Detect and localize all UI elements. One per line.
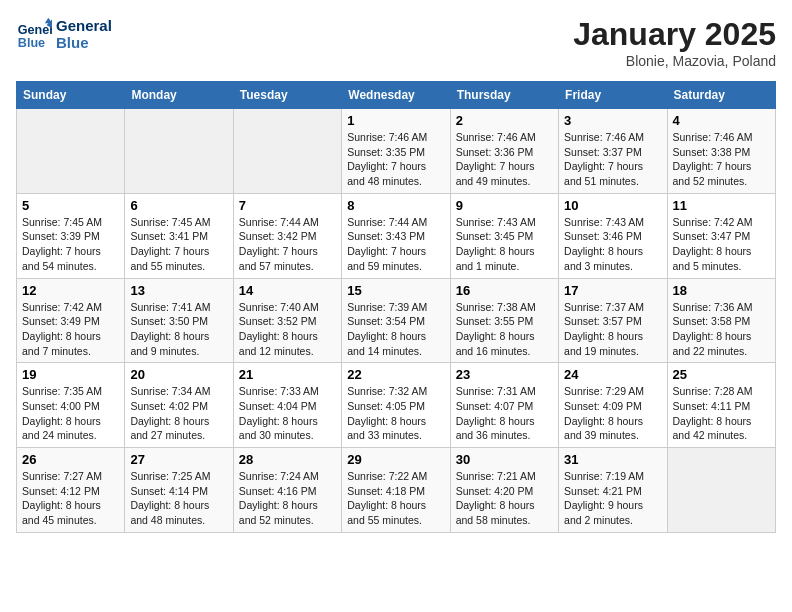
calendar-cell: 20Sunrise: 7:34 AMSunset: 4:02 PMDayligh…: [125, 363, 233, 448]
day-number: 21: [239, 367, 336, 382]
day-number: 11: [673, 198, 770, 213]
day-number: 9: [456, 198, 553, 213]
day-info: Sunrise: 7:19 AMSunset: 4:21 PMDaylight:…: [564, 469, 661, 528]
calendar-cell: 29Sunrise: 7:22 AMSunset: 4:18 PMDayligh…: [342, 448, 450, 533]
day-number: 3: [564, 113, 661, 128]
day-info: Sunrise: 7:37 AMSunset: 3:57 PMDaylight:…: [564, 300, 661, 359]
day-info: Sunrise: 7:33 AMSunset: 4:04 PMDaylight:…: [239, 384, 336, 443]
day-info: Sunrise: 7:22 AMSunset: 4:18 PMDaylight:…: [347, 469, 444, 528]
calendar-cell: 5Sunrise: 7:45 AMSunset: 3:39 PMDaylight…: [17, 193, 125, 278]
page-title: January 2025: [573, 16, 776, 53]
calendar-cell: [233, 109, 341, 194]
calendar-cell: 3Sunrise: 7:46 AMSunset: 3:37 PMDaylight…: [559, 109, 667, 194]
header-friday: Friday: [559, 82, 667, 109]
day-number: 5: [22, 198, 119, 213]
calendar-cell: 17Sunrise: 7:37 AMSunset: 3:57 PMDayligh…: [559, 278, 667, 363]
calendar-cell: 26Sunrise: 7:27 AMSunset: 4:12 PMDayligh…: [17, 448, 125, 533]
calendar-cell: 11Sunrise: 7:42 AMSunset: 3:47 PMDayligh…: [667, 193, 775, 278]
day-number: 28: [239, 452, 336, 467]
day-number: 26: [22, 452, 119, 467]
day-info: Sunrise: 7:27 AMSunset: 4:12 PMDaylight:…: [22, 469, 119, 528]
logo: General Blue General Blue: [16, 16, 112, 52]
calendar-cell: 1Sunrise: 7:46 AMSunset: 3:35 PMDaylight…: [342, 109, 450, 194]
calendar-cell: 31Sunrise: 7:19 AMSunset: 4:21 PMDayligh…: [559, 448, 667, 533]
calendar-week-row: 1Sunrise: 7:46 AMSunset: 3:35 PMDaylight…: [17, 109, 776, 194]
day-number: 16: [456, 283, 553, 298]
day-number: 23: [456, 367, 553, 382]
calendar-cell: 8Sunrise: 7:44 AMSunset: 3:43 PMDaylight…: [342, 193, 450, 278]
day-info: Sunrise: 7:41 AMSunset: 3:50 PMDaylight:…: [130, 300, 227, 359]
calendar-cell: 10Sunrise: 7:43 AMSunset: 3:46 PMDayligh…: [559, 193, 667, 278]
day-info: Sunrise: 7:39 AMSunset: 3:54 PMDaylight:…: [347, 300, 444, 359]
calendar-cell: 23Sunrise: 7:31 AMSunset: 4:07 PMDayligh…: [450, 363, 558, 448]
calendar-cell: 18Sunrise: 7:36 AMSunset: 3:58 PMDayligh…: [667, 278, 775, 363]
svg-text:Blue: Blue: [18, 36, 45, 50]
day-info: Sunrise: 7:43 AMSunset: 3:45 PMDaylight:…: [456, 215, 553, 274]
calendar-cell: 4Sunrise: 7:46 AMSunset: 3:38 PMDaylight…: [667, 109, 775, 194]
day-info: Sunrise: 7:32 AMSunset: 4:05 PMDaylight:…: [347, 384, 444, 443]
calendar-cell: 19Sunrise: 7:35 AMSunset: 4:00 PMDayligh…: [17, 363, 125, 448]
header-wednesday: Wednesday: [342, 82, 450, 109]
calendar-cell: 6Sunrise: 7:45 AMSunset: 3:41 PMDaylight…: [125, 193, 233, 278]
day-number: 24: [564, 367, 661, 382]
day-info: Sunrise: 7:46 AMSunset: 3:36 PMDaylight:…: [456, 130, 553, 189]
day-info: Sunrise: 7:28 AMSunset: 4:11 PMDaylight:…: [673, 384, 770, 443]
page-header: General Blue General Blue January 2025 B…: [16, 16, 776, 69]
day-info: Sunrise: 7:43 AMSunset: 3:46 PMDaylight:…: [564, 215, 661, 274]
day-number: 22: [347, 367, 444, 382]
day-info: Sunrise: 7:35 AMSunset: 4:00 PMDaylight:…: [22, 384, 119, 443]
calendar-table: SundayMondayTuesdayWednesdayThursdayFrid…: [16, 81, 776, 533]
day-number: 2: [456, 113, 553, 128]
day-number: 7: [239, 198, 336, 213]
calendar-cell: [667, 448, 775, 533]
day-number: 27: [130, 452, 227, 467]
day-number: 8: [347, 198, 444, 213]
calendar-cell: 28Sunrise: 7:24 AMSunset: 4:16 PMDayligh…: [233, 448, 341, 533]
day-number: 29: [347, 452, 444, 467]
day-info: Sunrise: 7:44 AMSunset: 3:42 PMDaylight:…: [239, 215, 336, 274]
header-saturday: Saturday: [667, 82, 775, 109]
day-info: Sunrise: 7:24 AMSunset: 4:16 PMDaylight:…: [239, 469, 336, 528]
calendar-cell: 14Sunrise: 7:40 AMSunset: 3:52 PMDayligh…: [233, 278, 341, 363]
header-monday: Monday: [125, 82, 233, 109]
calendar-cell: 21Sunrise: 7:33 AMSunset: 4:04 PMDayligh…: [233, 363, 341, 448]
day-info: Sunrise: 7:31 AMSunset: 4:07 PMDaylight:…: [456, 384, 553, 443]
calendar-cell: [17, 109, 125, 194]
header-sunday: Sunday: [17, 82, 125, 109]
day-info: Sunrise: 7:21 AMSunset: 4:20 PMDaylight:…: [456, 469, 553, 528]
calendar-week-row: 26Sunrise: 7:27 AMSunset: 4:12 PMDayligh…: [17, 448, 776, 533]
day-info: Sunrise: 7:34 AMSunset: 4:02 PMDaylight:…: [130, 384, 227, 443]
calendar-cell: 15Sunrise: 7:39 AMSunset: 3:54 PMDayligh…: [342, 278, 450, 363]
day-info: Sunrise: 7:29 AMSunset: 4:09 PMDaylight:…: [564, 384, 661, 443]
day-number: 17: [564, 283, 661, 298]
day-info: Sunrise: 7:25 AMSunset: 4:14 PMDaylight:…: [130, 469, 227, 528]
calendar-cell: 22Sunrise: 7:32 AMSunset: 4:05 PMDayligh…: [342, 363, 450, 448]
day-info: Sunrise: 7:38 AMSunset: 3:55 PMDaylight:…: [456, 300, 553, 359]
calendar-week-row: 12Sunrise: 7:42 AMSunset: 3:49 PMDayligh…: [17, 278, 776, 363]
day-number: 19: [22, 367, 119, 382]
calendar-cell: 27Sunrise: 7:25 AMSunset: 4:14 PMDayligh…: [125, 448, 233, 533]
calendar-cell: 30Sunrise: 7:21 AMSunset: 4:20 PMDayligh…: [450, 448, 558, 533]
day-number: 14: [239, 283, 336, 298]
header-tuesday: Tuesday: [233, 82, 341, 109]
day-number: 30: [456, 452, 553, 467]
calendar-header-row: SundayMondayTuesdayWednesdayThursdayFrid…: [17, 82, 776, 109]
calendar-cell: 12Sunrise: 7:42 AMSunset: 3:49 PMDayligh…: [17, 278, 125, 363]
day-info: Sunrise: 7:45 AMSunset: 3:39 PMDaylight:…: [22, 215, 119, 274]
day-number: 13: [130, 283, 227, 298]
day-number: 25: [673, 367, 770, 382]
day-info: Sunrise: 7:45 AMSunset: 3:41 PMDaylight:…: [130, 215, 227, 274]
title-block: January 2025 Blonie, Mazovia, Poland: [573, 16, 776, 69]
day-info: Sunrise: 7:40 AMSunset: 3:52 PMDaylight:…: [239, 300, 336, 359]
calendar-cell: 9Sunrise: 7:43 AMSunset: 3:45 PMDaylight…: [450, 193, 558, 278]
calendar-cell: 16Sunrise: 7:38 AMSunset: 3:55 PMDayligh…: [450, 278, 558, 363]
day-number: 18: [673, 283, 770, 298]
calendar-cell: [125, 109, 233, 194]
calendar-cell: 25Sunrise: 7:28 AMSunset: 4:11 PMDayligh…: [667, 363, 775, 448]
day-info: Sunrise: 7:46 AMSunset: 3:35 PMDaylight:…: [347, 130, 444, 189]
day-number: 4: [673, 113, 770, 128]
header-thursday: Thursday: [450, 82, 558, 109]
calendar-cell: 7Sunrise: 7:44 AMSunset: 3:42 PMDaylight…: [233, 193, 341, 278]
day-number: 15: [347, 283, 444, 298]
logo-icon: General Blue: [16, 16, 52, 52]
